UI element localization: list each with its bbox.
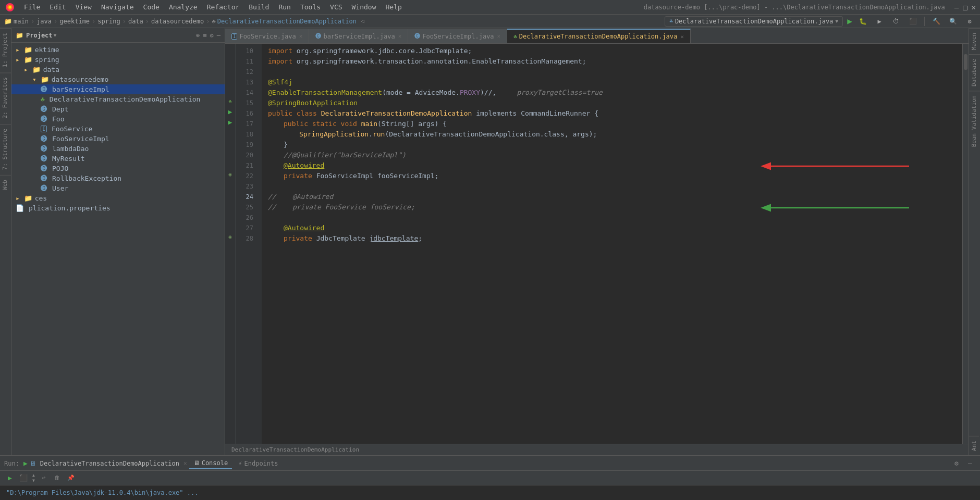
run-button[interactable]: ▶: [847, 16, 852, 26]
code-line-10: import org.springframework.jdbc.core.Jdb…: [268, 46, 956, 56]
pin-btn[interactable]: 📌: [65, 472, 77, 484]
tree-item-foo[interactable]: 🅒 Foo: [11, 114, 225, 124]
run-panel-tabs: Run: ▶ 🖥 DeclarativeTransactionDemoAppli…: [0, 456, 980, 471]
wrap-btn[interactable]: ↩: [38, 472, 50, 484]
close-button[interactable]: ✕: [972, 3, 976, 11]
debug-button[interactable]: 🐛: [856, 15, 869, 28]
menu-vcs[interactable]: VCS: [326, 2, 346, 12]
tree-item-ces[interactable]: ▸ 📁 ces: [11, 193, 225, 203]
code-area[interactable]: import org.springframework.jdbc.core.Jdb…: [262, 44, 962, 444]
class-icon-fooserviceimpl: 🅒: [41, 135, 47, 143]
tree-item-pojo[interactable]: 🅒 POJO: [11, 164, 225, 173]
tree-item-barserviceimpl[interactable]: 🅒 barServiceImpl: [11, 84, 225, 94]
scroll-up-btn[interactable]: ▲: [32, 473, 35, 478]
stop-button[interactable]: ⬛: [18, 472, 29, 484]
menu-edit[interactable]: Edit: [45, 2, 70, 12]
sidebar-tab-favorites[interactable]: 2: Favorites: [0, 72, 11, 122]
tree-item-declarativetransaction[interactable]: ☘ DeclarativeTransactionDemoApplication: [11, 94, 225, 104]
tree-item-spring[interactable]: ▸ 📁 spring: [11, 55, 225, 65]
code-line-14: @EnableTransactionManagement(mode = Advi…: [268, 88, 956, 98]
folder-icon: ▸ 📁: [16, 46, 32, 54]
menu-build[interactable]: Build: [244, 2, 273, 12]
tree-item-myresult[interactable]: 🅒 MyResult: [11, 154, 225, 164]
tree-item-data[interactable]: ▸ 📁 data: [11, 65, 225, 74]
build-button[interactable]: 🔨: [930, 15, 942, 28]
sidebar-tab-project[interactable]: 1: Project: [0, 28, 11, 71]
run-gutter-17[interactable]: ▶: [228, 118, 232, 126]
menu-help[interactable]: Help: [382, 2, 406, 12]
sidebar-tab-structure[interactable]: 7: Structure: [0, 124, 11, 174]
menu-navigate[interactable]: Navigate: [97, 2, 138, 12]
run-gutter-16[interactable]: ▶: [228, 108, 232, 116]
tab-barserviceimpl[interactable]: 🅒 barServiceImpl.java ✕: [309, 29, 408, 43]
breadcrumb-class[interactable]: DeclarativeTransactionDemoApplication: [217, 18, 357, 25]
tab-fooserviceimpl[interactable]: 🅒 FooServiceImpl.java ✕: [408, 29, 507, 43]
editor-scrollbar[interactable]: [962, 44, 969, 444]
menu-run[interactable]: Run: [274, 2, 295, 12]
menu-view[interactable]: View: [71, 2, 96, 12]
panel-hide-icon[interactable]: —: [217, 32, 220, 39]
tabs-and-editor: I FooService.java ✕ 🅒 barServiceImpl.jav…: [225, 28, 969, 455]
right-tab-maven[interactable]: Maven: [969, 28, 980, 54]
tree-item-dept[interactable]: 🅒 Dept: [11, 104, 225, 114]
tab-close-declarative[interactable]: ✕: [680, 33, 684, 40]
tab-icon-fooservice: I: [231, 33, 237, 40]
project-dropdown-icon[interactable]: ▼: [54, 32, 57, 38]
editor-content[interactable]: ☘ ▶ ▶ ◉ ◉ 10 1: [225, 44, 969, 444]
breadcrumb-java[interactable]: java: [36, 18, 52, 25]
panel-expand-icon[interactable]: ≡: [203, 32, 206, 39]
bottom-tab-console[interactable]: 🖥 Console: [189, 458, 232, 469]
breadcrumb-main[interactable]: main: [14, 18, 29, 25]
panel-settings-btn[interactable]: ⚙: [951, 458, 962, 469]
menu-tools[interactable]: Tools: [296, 2, 325, 12]
clear-btn[interactable]: 🗑: [52, 472, 63, 484]
tree-item-ektime[interactable]: ▸ 📁 ektime: [11, 45, 225, 55]
linenum-10: 10: [236, 46, 258, 56]
tab-declarative[interactable]: ☘ DeclarativeTransactionDemoApplication.…: [507, 29, 691, 43]
scroll-down-btn[interactable]: ▼: [32, 478, 35, 483]
breadcrumb-spring[interactable]: spring: [97, 18, 120, 25]
sidebar-tab-web[interactable]: Web: [0, 175, 11, 194]
tree-item-datasourcedemo[interactable]: ▾ 📁 datasourcedemo: [11, 74, 225, 84]
linenum-11: 11: [236, 56, 258, 67]
right-tab-ant[interactable]: Ant: [969, 436, 979, 455]
tree-item-user[interactable]: 🅒 User: [11, 183, 225, 193]
tab-close-fooserviceimpl[interactable]: ✕: [497, 33, 501, 40]
tree-item-fooserviceimpl[interactable]: 🅒 FooServiceImpl: [11, 134, 225, 144]
menu-code[interactable]: Code: [139, 2, 164, 12]
panel-gear-icon[interactable]: ⚙: [210, 32, 214, 39]
search-everywhere-button[interactable]: 🔍: [947, 15, 959, 28]
coverage-button[interactable]: ▶: [873, 15, 886, 28]
bottom-panel: Run: ▶ 🖥 DeclarativeTransactionDemoAppli…: [0, 455, 980, 500]
panel-settings-icon[interactable]: ⊕: [196, 32, 200, 39]
menu-analyze[interactable]: Analyze: [165, 2, 202, 12]
breadcrumb-datasourcedemo[interactable]: datasourcedemo: [151, 18, 204, 25]
tree-item-lambdadao[interactable]: 🅒 lambdaDao: [11, 144, 225, 154]
maximize-button[interactable]: □: [963, 3, 967, 11]
profile-button[interactable]: ⏱: [890, 15, 902, 28]
minimize-button[interactable]: —: [954, 3, 959, 11]
right-tab-beanvalidation[interactable]: Bean Validation: [969, 91, 980, 151]
breadcrumb-data[interactable]: data: [128, 18, 143, 25]
tab-fooservice[interactable]: I FooService.java ✕: [225, 29, 309, 43]
tab-close-barservice[interactable]: ✕: [398, 33, 402, 40]
menu-window[interactable]: Window: [348, 2, 381, 12]
bottom-tab-endpoints[interactable]: ⚡ Endpoints: [234, 458, 282, 469]
rerun-button[interactable]: ▶: [4, 472, 16, 484]
menu-refactor[interactable]: Refactor: [203, 2, 244, 12]
linenum-12: 12: [236, 67, 258, 77]
line-numbers: 10 11 12 13 14 15 16 17 18 19 20 21 22 2…: [236, 44, 262, 444]
stop-button[interactable]: ⬛: [906, 15, 919, 28]
settings-button[interactable]: ⚙: [963, 15, 976, 28]
tree-item-fooservice[interactable]: I FooService: [11, 124, 225, 134]
run-tab-close[interactable]: ✕: [183, 460, 187, 467]
menu-file[interactable]: File: [20, 2, 44, 12]
breadcrumb-nav-back[interactable]: ◁: [361, 18, 364, 24]
tab-close-fooservice[interactable]: ✕: [299, 33, 303, 40]
right-tab-database[interactable]: Database: [969, 54, 980, 91]
run-config-dropdown[interactable]: ☘ DeclarativeTransactionDemoApplication.…: [665, 16, 843, 27]
tree-item-properties[interactable]: 📄 plication.properties: [11, 203, 225, 213]
breadcrumb-geektime[interactable]: geektime: [59, 18, 90, 25]
panel-hide-btn[interactable]: —: [964, 458, 976, 469]
tree-item-rollbackexception[interactable]: 🅒 RollbackException: [11, 173, 225, 183]
